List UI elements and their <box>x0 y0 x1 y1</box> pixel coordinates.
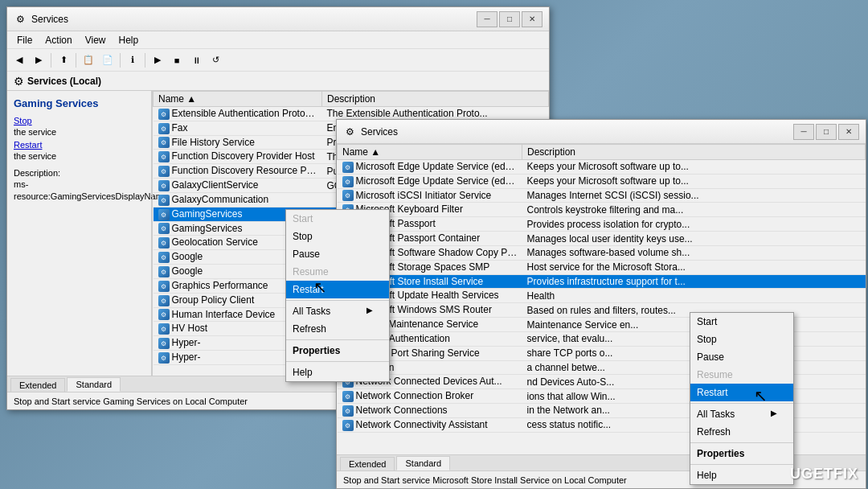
ctx-stop-1[interactable]: Stop <box>286 228 389 245</box>
service-icon <box>342 190 354 201</box>
title-bar-2: ⚙ Services ─ □ ✕ <box>337 120 866 144</box>
service-icon <box>158 281 170 292</box>
service-icon <box>158 151 170 162</box>
ctx-restart-2[interactable]: Restart <box>690 384 793 401</box>
context-menu-1: Start Stop Pause Resume Restart All Task… <box>285 209 390 382</box>
window-title-2: Services <box>361 126 793 138</box>
service-icon <box>158 180 170 191</box>
desc-label-1: Description: <box>14 168 60 178</box>
play-button[interactable]: ▶ <box>149 51 166 69</box>
watermark: UGETFIX <box>790 466 858 483</box>
close-button-2[interactable]: ✕ <box>838 124 859 140</box>
maximize-button-2[interactable]: □ <box>816 124 837 140</box>
maximize-button-1[interactable]: □ <box>499 11 520 27</box>
restart-link[interactable]: Restart <box>14 140 145 150</box>
service-icon <box>158 166 170 177</box>
back-button[interactable]: ◀ <box>10 51 28 69</box>
tab-extended-1[interactable]: Extended <box>10 378 65 392</box>
ctx-alltasks-2[interactable]: All Tasks <box>690 405 793 423</box>
ctx-sep1-2 <box>690 403 793 404</box>
table-row[interactable]: Microsoft Edge Update Service (edgeu... … <box>338 160 866 175</box>
table-row[interactable]: Microsoft Storage Spaces SMP Host servic… <box>338 260 866 274</box>
window-icon-2: ⚙ <box>343 125 356 138</box>
desc-text-1: ms-resource:GamingServicesDisplayName <box>14 179 168 200</box>
status-text-2: Stop and Start service Microsoft Store I… <box>343 475 627 485</box>
ctx-refresh-1[interactable]: Refresh <box>286 320 389 338</box>
export-button[interactable]: 📄 <box>99 51 117 69</box>
title-bar-1: ⚙ Services ─ □ ✕ <box>7 7 549 31</box>
address-icon-1: ⚙ <box>14 75 24 88</box>
ctx-alltasks-1[interactable]: All Tasks <box>286 302 389 320</box>
ctx-props-1[interactable]: Properties <box>286 342 389 360</box>
left-panel-desc-1: Description: ms-resource:GamingServicesD… <box>14 167 145 202</box>
table-row[interactable]: Microsoft Passport Provides process isol… <box>338 217 866 232</box>
service-icon <box>342 391 354 402</box>
service-icon <box>158 237 170 249</box>
tab-standard-2[interactable]: Standard <box>396 456 450 471</box>
minimize-button-2[interactable]: ─ <box>793 124 814 140</box>
menu-help[interactable]: Help <box>113 33 145 47</box>
left-panel-1: Gaming Services Stop the service Restart… <box>7 91 152 376</box>
restart-button-tb[interactable]: ↺ <box>207 51 224 69</box>
ctx-pause-2[interactable]: Pause <box>690 348 793 366</box>
table-row[interactable]: Microsoft Keyboard Filter Controls keyst… <box>338 203 866 217</box>
table-row[interactable]: Microsoft Passport Container Manages loc… <box>338 232 866 246</box>
forward-button[interactable]: ▶ <box>30 51 47 69</box>
service-icon <box>158 352 170 364</box>
stop-button-tb[interactable]: ■ <box>168 51 186 69</box>
properties-button[interactable]: ℹ <box>124 51 141 69</box>
col-name-1[interactable]: Name ▲ <box>154 92 322 107</box>
ctx-start-2[interactable]: Start <box>690 313 793 331</box>
tab-standard-1[interactable]: Standard <box>67 377 121 392</box>
service-icon <box>342 176 354 187</box>
table-row[interactable]: Microsoft iSCSI Initiator Service Manage… <box>338 188 866 203</box>
ctx-sep2-2 <box>690 442 793 443</box>
ctx-restart-1[interactable]: Restart <box>286 281 389 298</box>
service-icon <box>158 252 170 263</box>
minimize-button-1[interactable]: ─ <box>477 11 497 27</box>
restart-text: the service <box>14 151 56 161</box>
menu-bar-1: File Action View Help <box>7 31 549 49</box>
ctx-props-2[interactable]: Properties <box>690 445 793 462</box>
service-icon <box>342 162 354 173</box>
title-controls-2: ─ □ ✕ <box>793 124 859 140</box>
menu-action[interactable]: Action <box>39 33 78 47</box>
address-bar-1: ⚙ Services (Local) <box>7 72 549 91</box>
service-icon <box>158 323 170 335</box>
toolbar-1: ◀ ▶ ⬆ 📋 📄 ℹ ▶ ■ ⏸ ↺ <box>7 49 549 72</box>
ctx-resume-2[interactable]: Resume <box>690 366 793 384</box>
up-button[interactable]: ⬆ <box>55 51 72 69</box>
col-desc-1[interactable]: Description <box>322 92 549 107</box>
ctx-resume-1[interactable]: Resume <box>286 263 389 281</box>
tab-extended-2[interactable]: Extended <box>340 457 395 471</box>
ctx-sep1-1 <box>286 300 389 301</box>
service-icon <box>158 209 170 220</box>
ctx-start-1[interactable]: Start <box>286 210 389 228</box>
ctx-stop-2[interactable]: Stop <box>690 331 793 348</box>
service-icon <box>158 123 170 134</box>
close-button-1[interactable]: ✕ <box>522 11 542 27</box>
menu-file[interactable]: File <box>10 33 39 47</box>
service-icon <box>158 338 170 349</box>
ctx-help-2[interactable]: Help <box>690 466 793 484</box>
table-row[interactable]: Microsoft Update Health Services Health <box>338 289 866 303</box>
pause-button-tb[interactable]: ⏸ <box>187 51 205 69</box>
col-desc-2[interactable]: Description <box>522 145 866 160</box>
service-icon <box>342 405 354 417</box>
col-name-2[interactable]: Name ▲ <box>338 145 522 160</box>
table-row[interactable]: Microsoft Software Shadow Copy Provi... … <box>338 245 866 260</box>
table-row[interactable]: Microsoft Edge Update Service (edgeu... … <box>338 174 866 188</box>
ctx-pause-1[interactable]: Pause <box>286 245 389 263</box>
show-hide-button[interactable]: 📋 <box>80 51 97 69</box>
service-icon <box>158 266 170 277</box>
window-title-1: Services <box>31 14 477 25</box>
table-row[interactable]: Microsoft Store Install Service Provides… <box>338 274 866 289</box>
menu-view[interactable]: View <box>79 33 113 47</box>
window-icon-1: ⚙ <box>14 13 27 26</box>
ctx-sep3-2 <box>690 464 793 465</box>
ctx-refresh-2[interactable]: Refresh <box>690 423 793 441</box>
stop-link[interactable]: Stop <box>14 116 145 125</box>
ctx-sep2-1 <box>286 339 389 340</box>
left-panel-title-1: Gaming Services <box>14 97 145 109</box>
ctx-help-1[interactable]: Help <box>286 364 389 381</box>
